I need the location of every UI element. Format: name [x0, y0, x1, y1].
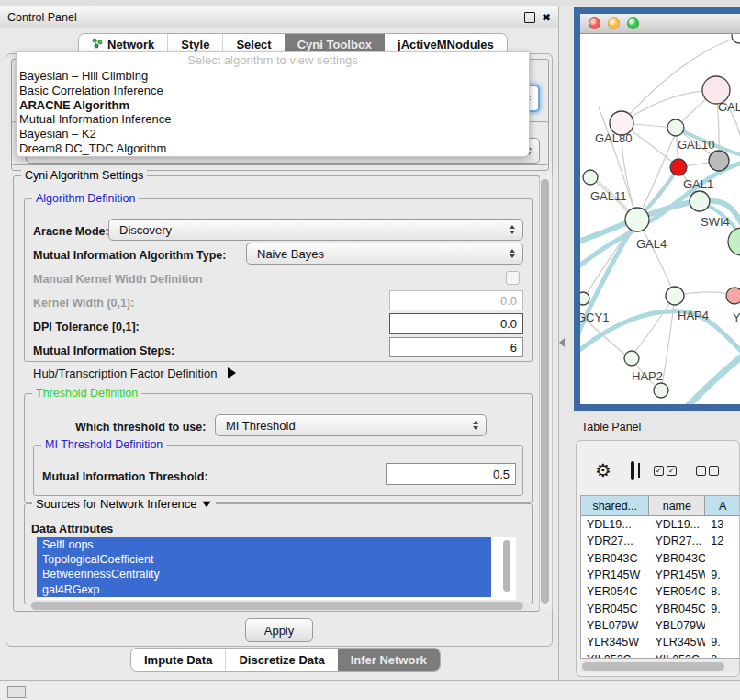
top-strip — [0, 0, 740, 6]
settings-scrollbar[interactable] — [539, 175, 553, 610]
hub-definition-toggle[interactable]: Hub/Transcription Factor Definition — [33, 367, 236, 380]
data-attributes-list[interactable]: SelfLoopsTopologicalCoefficientBetweenne… — [37, 537, 516, 600]
network-node[interactable] — [732, 34, 740, 43]
table-cell: 12 — [705, 533, 740, 549]
gear-icon[interactable]: ⚙ — [595, 461, 611, 480]
kernel-width-label: Kernel Width (0,1): — [33, 297, 134, 310]
network-node-gal4[interactable] — [625, 208, 649, 231]
network-node-gal10[interactable] — [667, 119, 684, 136]
algorithm-definition-title: Algorithm Definition — [32, 192, 139, 205]
algorithm-dropdown-popup: Select algorithm to view settings Bayesi… — [16, 51, 530, 157]
aracne-mode-combo[interactable]: Discovery — [108, 219, 523, 241]
algorithm-option[interactable]: ARACNE Algorithm — [17, 98, 529, 113]
which-threshold-combo[interactable]: MI Threshold — [215, 414, 487, 436]
manual-kernel-checkbox[interactable] — [506, 271, 520, 285]
table-row[interactable]: YDR27...YDR27...12 — [581, 533, 740, 549]
mi-steps-field[interactable]: 6 — [389, 337, 523, 357]
algorithm-option[interactable]: Bayesian – Hill Climbing — [17, 69, 529, 84]
network-canvas[interactable]: GALGAL80GAL10GAL1GAL11SWI4GAL4GCY1HAP4YH… — [580, 34, 740, 404]
column-header[interactable]: shared... — [581, 496, 649, 515]
table-row[interactable]: YBL079WYBL079W — [581, 617, 740, 634]
algorithm-option[interactable]: Basic Correlation Inference — [17, 84, 529, 98]
dpi-tolerance-field[interactable]: 0.0 — [389, 313, 523, 334]
node-table[interactable]: shared...nameA YDL19...YDL19...13YDR27..… — [580, 495, 740, 659]
tab-label: Network — [107, 38, 154, 51]
combo-spinner-icon — [473, 421, 478, 430]
minimized-panel-icon[interactable] — [7, 686, 26, 698]
table-row[interactable]: YPR145WYPR145W9. — [581, 567, 740, 583]
table-panel: ⚙ ✓✓ shared...nameA YDL19...YDL19...13YD… — [576, 440, 740, 677]
node-label: HAP2 — [632, 369, 663, 383]
close-window-icon[interactable] — [589, 17, 600, 29]
algorithm-option[interactable]: Mutual Information Inference — [17, 112, 529, 127]
dpi-tolerance-label: DPI Tolerance [0,1]: — [33, 321, 140, 333]
table-header-row: shared...nameA — [581, 496, 740, 516]
network-node-gal1[interactable] — [670, 159, 687, 175]
hide-columns-icon[interactable] — [696, 466, 719, 476]
expanded-arrow-icon[interactable] — [202, 501, 211, 506]
column-header[interactable]: name — [649, 496, 705, 515]
which-threshold-value: MI Threshold — [226, 419, 296, 433]
attributes-list-scrollbar[interactable] — [501, 538, 512, 597]
node-label: GAL1 — [683, 177, 713, 191]
tab-impute-data[interactable]: Impute Data — [131, 649, 225, 671]
settings-hscrollbar[interactable] — [29, 601, 529, 611]
table-row[interactable]: YBR043CYBR043C — [581, 550, 740, 567]
table-hscrollbar[interactable] — [580, 660, 740, 672]
node-label: SWI4 — [701, 215, 730, 229]
table-cell: YBR045C — [649, 600, 705, 616]
tab-discretize-data[interactable]: Discretize Data — [225, 649, 337, 671]
mi-steps-label: Mutual Information Steps: — [33, 344, 174, 357]
network-node[interactable] — [709, 151, 729, 171]
mi-threshold-field[interactable]: 0.5 — [386, 463, 516, 485]
attribute-item[interactable]: BetweennessCentrality — [37, 567, 491, 581]
table-cell: YBL079W — [649, 617, 705, 634]
network-node-hap2[interactable] — [624, 351, 639, 366]
control-panel-title: Control Panel — [7, 11, 77, 24]
sources-group-title[interactable]: Sources for Network Inference — [32, 497, 216, 511]
attribute-item[interactable]: TopologicalCoefficient — [37, 552, 491, 567]
table-row[interactable]: YDL19...YDL19...13 — [581, 516, 740, 533]
table-row[interactable]: YER054CYER054C8. — [581, 583, 740, 600]
close-panel-icon[interactable]: ✖ — [542, 13, 551, 22]
split-columns-icon[interactable] — [631, 461, 634, 480]
tab-label: Infer Network — [351, 653, 427, 667]
network-node-y[interactable] — [726, 288, 740, 304]
network-node-hap4[interactable] — [666, 287, 684, 305]
network-node-gcy1[interactable] — [580, 292, 589, 305]
apply-button[interactable]: Apply — [245, 618, 313, 642]
column-header[interactable]: A — [705, 496, 740, 515]
table-cell: YIL053C — [649, 650, 705, 659]
network-node-swi4[interactable] — [690, 191, 710, 211]
table-row[interactable]: YLR345WYLR345W9. — [581, 634, 740, 650]
table-cell: YER054C — [649, 583, 705, 600]
tab-label: Select — [236, 38, 271, 51]
tab-infer-network[interactable]: Infer Network — [338, 649, 440, 671]
algorithm-option[interactable]: Dream8 DC_TDC Algorithm — [17, 141, 529, 156]
network-node-gal11[interactable] — [583, 170, 598, 185]
table-row[interactable]: YIL053CYIL053C8. — [581, 650, 740, 659]
table-cell — [705, 617, 740, 634]
table-panel-title: Table Panel — [581, 421, 641, 434]
float-panel-icon[interactable] — [524, 12, 535, 23]
network-node[interactable] — [654, 383, 668, 398]
mi-type-value: Naive Bayes — [257, 247, 324, 261]
data-attributes-label: Data Attributes — [31, 523, 113, 536]
attribute-item[interactable]: gal4RGexp — [37, 582, 491, 597]
node-label: GAL10 — [678, 138, 714, 152]
mi-type-combo[interactable]: Naive Bayes — [246, 243, 523, 265]
network-icon — [92, 38, 103, 51]
threshold-definition-title: Threshold Definition — [32, 387, 141, 400]
collapsed-arrow-icon[interactable] — [228, 367, 236, 378]
zoom-window-icon[interactable] — [627, 17, 639, 29]
table-row[interactable]: YBR045CYBR045C9. — [581, 600, 740, 616]
split-collapse-icon[interactable] — [559, 338, 565, 347]
network-node[interactable] — [728, 228, 740, 255]
algorithm-option[interactable]: Bayesian – K2 — [17, 127, 529, 141]
show-columns-icon[interactable]: ✓✓ — [654, 466, 677, 476]
attribute-item[interactable]: SelfLoops — [37, 537, 491, 552]
control-panel: Control Panel ✖ NetworkStyleSelectCyni T… — [0, 6, 559, 680]
table-cell: 8. — [705, 583, 740, 600]
kernel-width-field[interactable]: 0.0 — [389, 290, 523, 310]
minimize-window-icon[interactable] — [608, 17, 620, 29]
